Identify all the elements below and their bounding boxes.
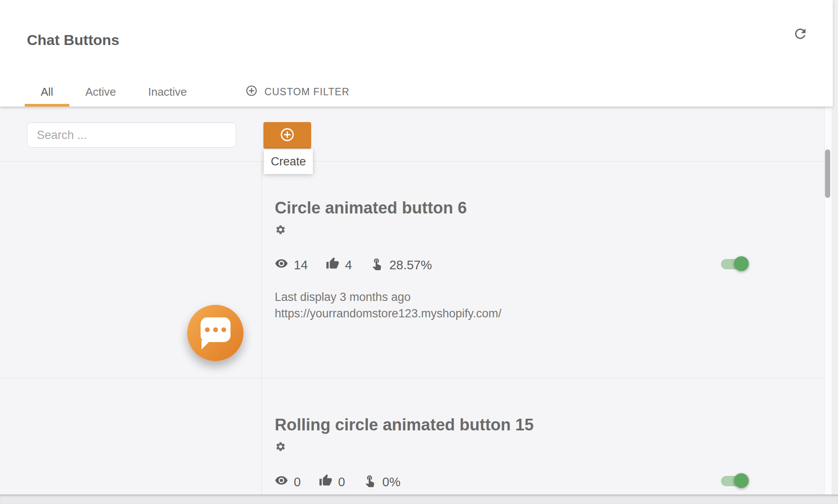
- button-details-cell: Rolling circle animated button 15 0: [261, 378, 824, 494]
- refresh-icon: [793, 36, 808, 43]
- click-rate-stat: 28.57%: [370, 257, 432, 273]
- tab-active-label: Active: [85, 85, 116, 99]
- create-tooltip: Create: [264, 149, 313, 174]
- settings-button[interactable]: [275, 224, 286, 236]
- button-preview-cell: [0, 162, 261, 378]
- refresh-button[interactable]: [792, 26, 809, 42]
- custom-filter-label: CUSTOM FILTER: [264, 86, 349, 98]
- button-details-cell: Circle animated button 6 14: [261, 162, 824, 378]
- chat-buttons-page: Chat Buttons All Active Inactive CUSTOM …: [0, 0, 838, 504]
- button-title: Rolling circle animated button 15: [275, 416, 824, 434]
- tab-all[interactable]: All: [25, 77, 69, 107]
- chat-button-preview: [187, 305, 244, 361]
- tab-bar: All Active Inactive CUSTOM FILTER: [25, 77, 358, 107]
- views-stat: 0: [275, 474, 301, 490]
- views-stat: 14: [275, 257, 308, 273]
- click-rate-stat: 0%: [363, 474, 400, 490]
- eye-icon: [275, 474, 288, 490]
- list-item: Circle animated button 6 14: [0, 162, 824, 378]
- page-header: Chat Buttons All Active Inactive CUSTOM …: [0, 0, 833, 107]
- active-tab-underline: [25, 104, 69, 107]
- page-title: Chat Buttons: [27, 32, 119, 48]
- settings-button[interactable]: [275, 441, 286, 452]
- tab-inactive-label: Inactive: [148, 85, 187, 99]
- likes-count: 4: [345, 258, 352, 272]
- viewport-bottom-edge: [0, 494, 838, 504]
- create-button[interactable]: [263, 122, 311, 149]
- button-preview-cell: [0, 378, 261, 494]
- button-title: Circle animated button 6: [275, 199, 824, 217]
- thumb-up-icon: [326, 257, 339, 273]
- add-circle-icon: [279, 127, 295, 144]
- tap-icon: [370, 257, 383, 273]
- chat-button-list: Circle animated button 6 14: [0, 161, 824, 494]
- enable-toggle[interactable]: [721, 475, 747, 487]
- tap-icon: [363, 474, 377, 490]
- enable-toggle[interactable]: [721, 258, 747, 270]
- toggle-knob[interactable]: [734, 256, 749, 271]
- eye-icon: [275, 257, 288, 273]
- list-item: Rolling circle animated button 15 0: [0, 378, 824, 494]
- search-input[interactable]: [27, 123, 236, 148]
- likes-stat: 0: [319, 474, 345, 490]
- tab-all-label: All: [41, 85, 53, 99]
- typing-dots: [201, 317, 231, 342]
- gear-icon: [275, 230, 286, 236]
- views-count: 0: [294, 475, 301, 489]
- custom-filter-button[interactable]: CUSTOM FILTER: [237, 77, 358, 107]
- store-url: https://yourrandomstore123.myshopify.com…: [275, 305, 824, 322]
- tab-inactive[interactable]: Inactive: [132, 77, 203, 107]
- tab-active[interactable]: Active: [69, 77, 132, 107]
- gear-icon: [275, 447, 286, 453]
- toggle-knob[interactable]: [734, 473, 749, 488]
- main-content: Create Circle animated button 6: [0, 107, 824, 494]
- last-display-text: Last display 3 months ago: [275, 289, 824, 305]
- click-rate-value: 28.57%: [389, 258, 432, 272]
- views-count: 14: [294, 258, 308, 272]
- thumb-up-icon: [319, 474, 332, 490]
- add-circle-icon: [245, 84, 258, 100]
- button-meta: Last display 3 months ago https://yourra…: [275, 289, 824, 322]
- speech-bubble-icon: [201, 317, 231, 342]
- likes-count: 0: [338, 475, 345, 489]
- click-rate-value: 0%: [382, 475, 400, 489]
- scrollbar-thumb[interactable]: [825, 149, 830, 198]
- likes-stat: 4: [326, 257, 352, 273]
